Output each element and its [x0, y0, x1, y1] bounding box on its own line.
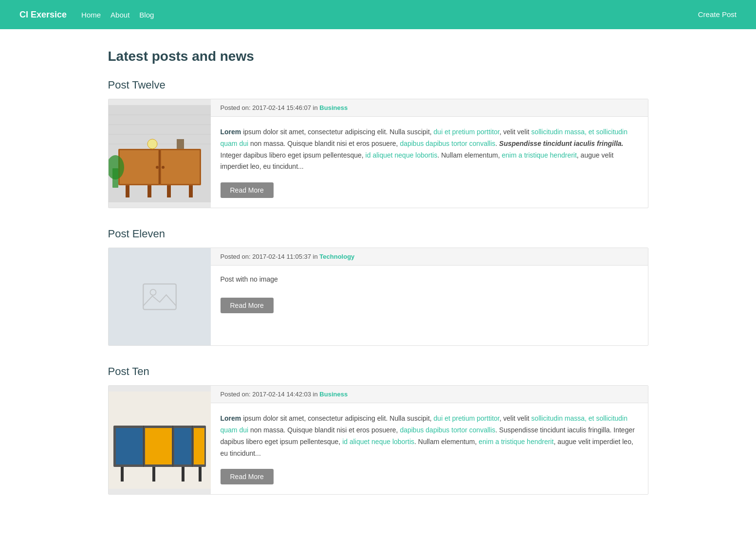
svg-rect-27 [121, 467, 124, 482]
read-more-eleven[interactable]: Read More [221, 298, 274, 313]
post-eleven-meta: Posted on: 2017-02-14 11:05:37 in Techno… [211, 248, 648, 266]
post-ten-body: Posted on: 2017-02-14 14:42:03 in Busine… [211, 386, 648, 494]
create-post-link[interactable]: Create Post [698, 10, 737, 18]
furniture2-svg [109, 392, 211, 489]
svg-rect-19 [143, 284, 176, 310]
post-ten-meta: Posted on: 2017-02-14 14:42:03 in Busine… [211, 386, 648, 403]
post-section-eleven: Post Eleven Posted on: 2017-02-14 11:05:… [108, 228, 648, 346]
nav-links: Home About Blog [81, 11, 698, 19]
post-twelve-meta: Posted on: 2017-02-14 15:46:07 in Busine… [211, 99, 648, 117]
post-twelve-category: Business [319, 104, 348, 111]
svg-rect-28 [152, 467, 155, 482]
svg-rect-12 [161, 150, 200, 184]
svg-rect-30 [199, 467, 202, 482]
no-image-placeholder [109, 248, 211, 345]
post-twelve-body: Posted on: 2017-02-14 15:46:07 in Busine… [211, 99, 648, 208]
post-ten-title: Post Ten [108, 365, 648, 378]
svg-point-13 [156, 166, 159, 169]
post-eleven-category: Technology [319, 253, 354, 260]
nav-brand[interactable]: CI Exersice [19, 10, 67, 20]
svg-point-15 [148, 139, 157, 149]
svg-rect-24 [145, 428, 172, 464]
post-eleven-body: Posted on: 2017-02-14 11:05:37 in Techno… [211, 248, 648, 345]
svg-rect-23 [116, 428, 143, 464]
svg-rect-9 [189, 185, 193, 197]
svg-rect-6 [126, 185, 129, 197]
post-twelve-title: Post Twelve [108, 79, 648, 91]
svg-rect-25 [174, 428, 191, 464]
read-more-twelve[interactable]: Read More [221, 182, 274, 198]
post-twelve-card: Posted on: 2017-02-14 15:46:07 in Busine… [108, 99, 648, 208]
post-ten-category: Business [319, 391, 348, 398]
svg-rect-7 [148, 185, 151, 197]
post-eleven-no-image-text: Post with no image [211, 266, 648, 293]
nav-about[interactable]: About [111, 11, 129, 19]
nav-blog[interactable]: Blog [139, 11, 154, 19]
placeholder-icon [140, 282, 179, 311]
svg-rect-26 [194, 428, 204, 464]
navbar: CI Exersice Home About Blog Create Post [0, 0, 756, 29]
svg-rect-16 [177, 139, 184, 149]
svg-rect-8 [167, 185, 171, 197]
post-section-ten: Post Ten [108, 365, 648, 495]
post-eleven-title: Post Eleven [108, 228, 648, 240]
page-title: Latest posts and news [108, 49, 648, 64]
post-twelve-image [109, 99, 211, 208]
post-section-twelve: Post Twelve [108, 79, 648, 208]
nav-right: Create Post [698, 10, 737, 19]
svg-rect-29 [182, 467, 184, 482]
read-more-ten[interactable]: Read More [221, 469, 274, 484]
post-ten-card: Posted on: 2017-02-14 14:42:03 in Busine… [108, 385, 648, 495]
post-ten-excerpt: Lorem ipsum dolor sit amet, consectetur … [211, 403, 648, 464]
svg-point-20 [150, 289, 156, 295]
post-twelve-excerpt: Lorem ipsum dolor sit amet, consectetur … [211, 117, 648, 178]
main-content: Latest posts and news Post Twelve [98, 29, 658, 534]
post-ten-image [109, 386, 211, 494]
post-eleven-card: Posted on: 2017-02-14 11:05:37 in Techno… [108, 248, 648, 346]
svg-rect-11 [119, 150, 159, 184]
svg-point-14 [162, 166, 165, 169]
post-eleven-image [109, 248, 211, 345]
furniture1-svg [109, 105, 211, 202]
nav-home[interactable]: Home [81, 11, 101, 19]
